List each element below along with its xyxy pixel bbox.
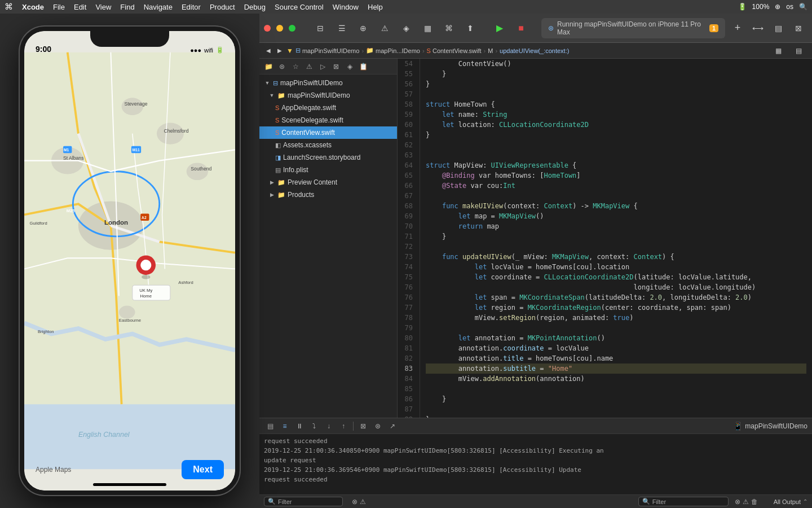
appdelegate-item[interactable]: S AppDelegate.swift [259,102,397,114]
menu-debug[interactable]: Debug [244,3,266,11]
code-line-76: let span = MKCoordinateSpan(latitudeDelt… [426,292,806,303]
pause-button[interactable]: ⏸ [293,420,306,432]
map-container[interactable]: London St Albans Chelmsford Southend Ste… [24,31,235,491]
trash-icon[interactable]: 🗑 [751,498,758,506]
share-debug-button[interactable]: ↗ [386,420,399,432]
svg-text:UK My: UK My [139,288,152,293]
menu-help[interactable]: Help [368,3,383,11]
breakpoints-button[interactable]: ◈ [397,20,415,36]
minimize-button[interactable] [276,25,283,32]
jump-button[interactable]: ⌘ [440,20,458,36]
environment-icon: ⊛ [375,422,381,430]
infoplist-item[interactable]: ▤ Info.plist [259,164,397,176]
nav-forward-button[interactable]: ▶ [275,46,284,55]
menu-find[interactable]: Find [120,3,134,11]
breakpoint-nav-icon[interactable]: ◈ [344,61,355,72]
assets-item[interactable]: ◧ Assets.xcassets [259,139,397,151]
debug-divider-1 [353,422,354,431]
svg-point-30 [140,260,151,270]
report-nav-icon[interactable]: 📋 [358,61,369,72]
issues-nav-icon[interactable]: ⚠ [303,61,315,72]
test-nav-icon[interactable]: ▷ [317,61,328,72]
line-number-74: 74 [401,262,416,272]
memory-icon: ⊠ [360,422,366,430]
debug-app-label: mapPinSwiftUIDemo [745,422,807,430]
debug-nav-icon[interactable]: ⊠ [330,61,342,72]
products-folder-icon: 📁 [277,191,285,199]
snippet-button[interactable]: ▦ [418,20,436,36]
step-into-button[interactable]: ↓ [323,420,335,432]
issues-button[interactable]: ⚠ [376,20,394,36]
error-icon: ⊗ [352,498,358,506]
apple-menu[interactable]: ⌘ [5,2,13,12]
debug-console[interactable]: request succeeded2019-12-25 21:00:36.340… [259,434,812,494]
nav-path-project[interactable]: ⊟ mapPinSwiftUIDemo [295,47,359,54]
products-item[interactable]: ▶ 📁 Products [259,189,397,201]
menu-window[interactable]: Window [333,3,359,11]
nav-path-folder[interactable]: 📁 mapPin...IDemo [366,47,420,54]
memory-button[interactable]: ⊠ [357,420,369,432]
file-navigator: 📁 ⊛ ☆ ⚠ ▷ ⊠ ◈ 📋 ▼ ⊟ mapPinSwiftUIDemo [259,59,398,418]
share-icon: ⬆ [467,24,474,33]
line-number-83: 83 [401,364,416,374]
environment-button[interactable]: ⊛ [372,420,384,432]
code-editor[interactable]: 5455565758596061626364656667686970717273… [398,59,812,418]
editor-grid-button[interactable]: ▤ [789,43,807,59]
scenedelegate-item[interactable]: S SceneDelegate.swift [259,114,397,126]
code-line-55: } [426,69,806,79]
sidebar-toggle-button[interactable]: ⊟ [311,20,329,36]
contentview-item[interactable]: S ContentView.swift [259,126,397,139]
preview-content-item[interactable]: ▶ 📁 Preview Content [259,176,397,189]
menu-editor[interactable]: Editor [182,3,201,11]
navigator-toggle-button[interactable]: ☰ [333,20,351,36]
code-content[interactable]: ContentView() }} struct HomeTown { let n… [420,59,812,418]
line-number-62: 62 [401,140,416,150]
svg-text:Ashford: Ashford [178,280,193,285]
folder-nav-icon[interactable]: 📁 [263,61,274,72]
launchscreen-item[interactable]: ◨ LaunchScreen.storyboard [259,151,397,164]
menu-view[interactable]: View [95,3,111,11]
map-next-button[interactable]: Next [182,460,224,479]
nav-path-file[interactable]: S ContentView.swift [427,47,482,54]
main-area: 9:00 ●●● wifi 🔋 [0,14,812,508]
share-button[interactable]: ⬆ [461,20,479,36]
menu-product[interactable]: Product [210,3,235,11]
step-out-button[interactable]: ↑ [337,420,350,432]
project-group-item[interactable]: ▼ 📁 mapPinSwiftUIDemo [259,89,397,102]
output-filter-placeholder: Filter [652,498,666,505]
project-root-item[interactable]: ▼ ⊟ mapPinSwiftUIDemo [259,77,397,89]
debug-log-line: request succeeded [264,475,807,484]
search-icon[interactable]: 🔍 [799,3,807,11]
menu-navigate[interactable]: Navigate [144,3,173,11]
layout-button[interactable]: ⟷ [749,20,767,36]
stop-button[interactable]: ■ [512,20,530,36]
nav-path-struct[interactable]: M [488,47,493,54]
source-control-nav-icon[interactable]: ⊛ [276,61,288,72]
bookmark-nav-icon[interactable]: ☆ [290,61,301,72]
step-over-button[interactable]: ⤵ [308,420,320,432]
menu-source-control[interactable]: Source Control [275,3,324,11]
code-line-80: let annotation = MKPointAnnotation() [426,333,806,343]
menu-file[interactable]: File [53,3,65,11]
code-line-79 [426,323,806,333]
filter-button[interactable]: ⊕ [354,20,372,36]
code-line-54: ContentView() [426,59,806,69]
add-button[interactable]: + [729,20,747,36]
canvas-button[interactable]: ▤ [769,20,787,36]
swift-icon-scenedelegate: S [275,117,279,124]
debug-filter-input[interactable]: 🔍 Filter [264,497,343,506]
launchscreen-label: LaunchScreen.storyboard [283,154,360,161]
nav-path-method[interactable]: updateUIView(_:context:) [500,47,569,54]
maximize-button[interactable] [289,25,295,32]
menu-edit[interactable]: Edit [74,3,86,11]
inspector-toggle-button[interactable]: ⊠ [789,20,807,36]
filter-search-icon: 🔍 [268,498,276,505]
output-filter-input[interactable]: 🔍 Filter [638,497,729,506]
close-button[interactable] [264,25,271,32]
menu-xcode[interactable]: Xcode [22,3,44,11]
nav-back-button[interactable]: ◀ [264,46,273,55]
editor-split-button[interactable]: ▦ [769,43,787,59]
run-button[interactable]: ▶ [491,20,509,36]
console-panel-button[interactable]: ≡ [279,420,291,432]
variables-panel-button[interactable]: ▤ [264,420,276,432]
